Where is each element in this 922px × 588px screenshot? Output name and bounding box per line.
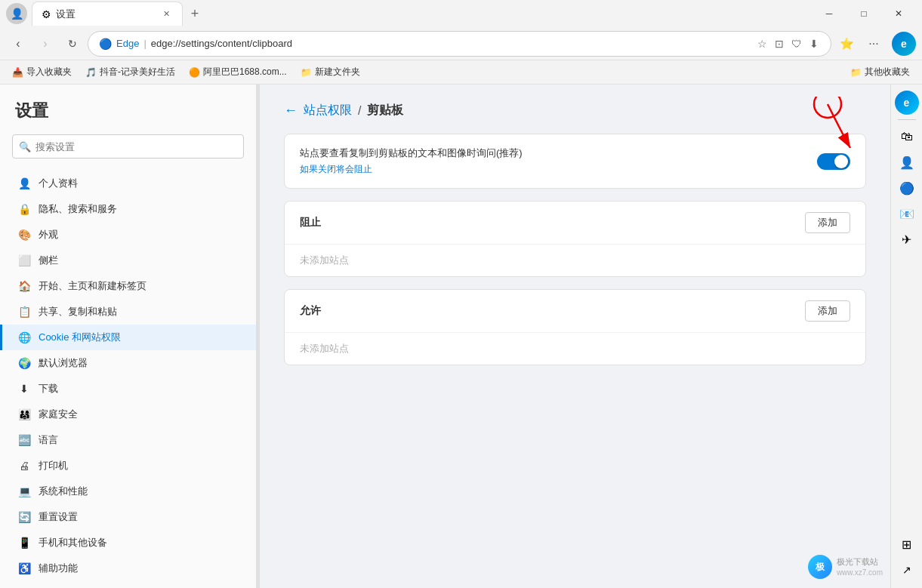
nav-item-default-browser[interactable]: 🌍 默认浏览器 [0, 350, 256, 376]
nav-item-privacy[interactable]: 🔒 隐私、搜索和服务 [0, 196, 256, 222]
settings-sidebar: 设置 🔍 👤 个人资料 🔒 隐私、搜索和服务 🎨 外观 ⬜ 侧栏 [0, 85, 257, 588]
breadcrumb: ← 站点权限 / 剪贴板 [284, 103, 866, 119]
language-icon: 🔤 [17, 434, 31, 446]
edge-sidebar: e 🛍 👤 🔵 📧 ✈ ⊞ ↗ [890, 85, 922, 588]
bookmark-alibaba[interactable]: 🟠 阿里巴巴1688.com... [183, 64, 293, 80]
nav-item-mobile[interactable]: 📱 手机和其他设备 [0, 530, 256, 556]
nav-item-family[interactable]: 👨‍👩‍👧 家庭安全 [0, 402, 256, 427]
downloads-icon: ⬇ [17, 383, 31, 395]
nav-item-language[interactable]: 🔤 语言 [0, 427, 256, 453]
edge-sidebar-btn-3[interactable]: 🔵 [895, 176, 919, 200]
profile-avatar[interactable]: 👤 [6, 3, 27, 24]
address-bar-label: Edge [116, 38, 139, 49]
minimize-button[interactable]: ─ [812, 0, 846, 27]
download-button[interactable]: ⬇ [808, 36, 820, 51]
browser-essentials-button[interactable]: 🛡 [790, 36, 803, 51]
edge-sidebar-customize[interactable]: ⊞ [895, 532, 919, 556]
cookies-icon: 🌐 [17, 331, 31, 343]
nav-item-startup[interactable]: 🏠 开始、主页和新建标签页 [0, 273, 256, 299]
content-area: ← 站点权限 / 剪贴板 站点要查看复制到剪贴板的文本和图像时询问(推荐) 如果… [260, 85, 890, 588]
breadcrumb-parent-link[interactable]: 站点权限 [304, 103, 352, 119]
split-screen-button[interactable]: ⊡ [773, 36, 785, 51]
reset-icon: 🔄 [17, 511, 31, 523]
edge-sidebar-btn-1[interactable]: 🛍 [895, 125, 919, 149]
block-section-title: 阻止 [300, 216, 321, 229]
breadcrumb-current: 剪贴板 [367, 103, 403, 119]
address-bar[interactable]: 🔵 Edge | edge://settings/content/clipboa… [88, 31, 831, 57]
nav-item-printer[interactable]: 🖨 打印机 [0, 453, 256, 479]
share-icon: 📋 [17, 306, 31, 318]
clipboard-toggle[interactable] [817, 153, 850, 170]
allow-empty-text: 未添加站点 [285, 333, 865, 365]
bookmark-import[interactable]: 📥 导入收藏夹 [6, 64, 78, 80]
nav-item-appearance[interactable]: 🎨 外观 [0, 222, 256, 248]
more-tools-button[interactable]: ··· [862, 32, 886, 56]
breadcrumb-back-button[interactable]: ← [284, 103, 298, 119]
profile-icon: 👤 [17, 177, 31, 189]
watermark-url: www.xz7.com [837, 568, 883, 577]
nav-item-system[interactable]: 💻 系统和性能 [0, 479, 256, 504]
breadcrumb-separator: / [358, 104, 361, 118]
refresh-button[interactable]: ↻ [60, 32, 85, 56]
forward-button[interactable]: › [33, 32, 57, 56]
settings-title: 设置 [0, 100, 256, 134]
bookmark-folder[interactable]: 📁 新建文件夹 [294, 64, 366, 80]
collections-button[interactable]: ⭐ [834, 32, 859, 56]
allow-add-button[interactable]: 添加 [805, 300, 850, 322]
system-icon: 💻 [17, 485, 31, 497]
tab-title: 设置 [56, 8, 155, 21]
active-tab[interactable]: ⚙ 设置 ✕ [32, 2, 183, 26]
nav-item-about[interactable]: 🔄 关于 Microsoft Edge [0, 581, 256, 588]
block-add-button[interactable]: 添加 [805, 212, 850, 233]
address-bar-favicon: 🔵 [99, 38, 112, 50]
nav-item-share[interactable]: 📋 共享、复制和粘贴 [0, 299, 256, 325]
toggle-card: 站点要查看复制到剪贴板的文本和图像时询问(推荐) 如果关闭将会阻止 [284, 134, 866, 189]
back-button[interactable]: ‹ [6, 32, 30, 56]
mobile-icon: 📱 [17, 537, 31, 549]
address-bar-sep: | [143, 38, 146, 49]
appearance-icon: 🎨 [17, 229, 31, 241]
tab-close-button[interactable]: ✕ [159, 8, 173, 21]
privacy-icon: 🔒 [17, 203, 31, 215]
default-browser-icon: 🌍 [17, 357, 31, 369]
search-icon: 🔍 [19, 141, 31, 152]
maximize-button[interactable]: □ [846, 0, 881, 27]
block-section-card: 阻止 添加 未添加站点 [284, 201, 866, 277]
edge-sidebar-btn-4[interactable]: 📧 [895, 202, 919, 226]
settings-search-input[interactable] [35, 141, 237, 152]
allow-section-card: 允许 添加 未添加站点 [284, 289, 866, 365]
bookmarks-more[interactable]: 📁 其他收藏夹 [844, 64, 916, 80]
star-button[interactable]: ☆ [756, 36, 769, 51]
edge-sidebar-external[interactable]: ↗ [895, 558, 919, 582]
edge-sidebar-btn-2[interactable]: 👤 [895, 150, 919, 174]
watermark: 极 极光下载站 www.xz7.com [808, 555, 883, 579]
edge-logo: e [892, 32, 916, 56]
block-empty-text: 未添加站点 [285, 245, 865, 276]
edge-sidebar-copilot[interactable]: e [895, 91, 919, 115]
watermark-text: 极光下载站 [837, 556, 883, 567]
toggle-sublabel[interactable]: 如果关闭将会阻止 [300, 163, 805, 176]
nav-item-accessibility[interactable]: ♿ 辅助功能 [0, 556, 256, 581]
accessibility-icon: ♿ [17, 562, 31, 574]
settings-search-box[interactable]: 🔍 [12, 134, 244, 159]
close-button[interactable]: ✕ [881, 0, 916, 27]
nav-item-profile[interactable]: 👤 个人资料 [0, 171, 256, 196]
printer-icon: 🖨 [17, 460, 31, 472]
startup-icon: 🏠 [17, 280, 31, 292]
toggle-label: 站点要查看复制到剪贴板的文本和图像时询问(推荐) [300, 146, 805, 160]
bookmark-douyin[interactable]: 🎵 抖音-记录美好生活 [79, 64, 181, 80]
sidebar-icon: ⬜ [17, 254, 31, 266]
allow-section-title: 允许 [300, 304, 321, 318]
nav-item-sidebar[interactable]: ⬜ 侧栏 [0, 248, 256, 273]
nav-item-cookies[interactable]: 🌐 Cookie 和网站权限 [0, 325, 256, 350]
address-bar-url: edge://settings/content/clipboard [151, 38, 751, 49]
new-tab-button[interactable]: + [183, 2, 207, 26]
edge-sidebar-btn-5[interactable]: ✈ [895, 227, 919, 251]
tab-favicon: ⚙ [42, 8, 51, 20]
family-icon: 👨‍👩‍👧 [17, 408, 31, 420]
nav-item-downloads[interactable]: ⬇ 下载 [0, 376, 256, 402]
nav-item-reset[interactable]: 🔄 重置设置 [0, 504, 256, 530]
